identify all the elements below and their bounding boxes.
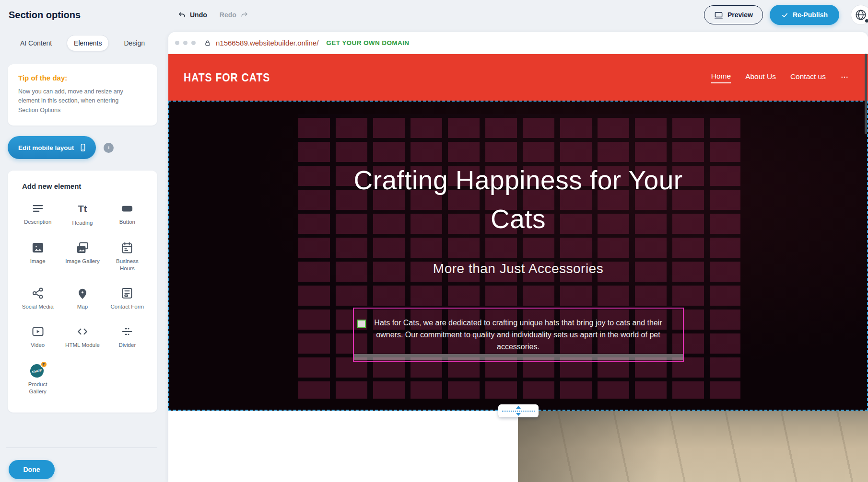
undo-icon <box>178 11 187 19</box>
section-height-resize-handle[interactable] <box>498 404 539 417</box>
hero-heading[interactable]: Crafting Happiness for Your Cats <box>346 161 691 239</box>
tab-design[interactable]: Design <box>117 35 152 51</box>
image-gallery-icon <box>76 241 89 254</box>
page-title: Section options <box>9 10 81 21</box>
check-icon <box>781 11 788 19</box>
redo-icon <box>240 11 248 19</box>
add-new-element-title: Add new element <box>22 182 150 190</box>
nav-contact-us[interactable]: Contact us <box>790 72 826 83</box>
element-description[interactable]: Description <box>15 197 60 231</box>
contact-form-icon <box>120 287 134 300</box>
selected-paragraph-element[interactable]: Hats for Cats, we are dedicated to craft… <box>353 308 684 362</box>
site-logo[interactable]: HATS FOR CATS <box>184 71 270 84</box>
mobile-layout-row: Edit mobile layout <box>8 136 157 159</box>
upgrade-badge-icon <box>40 361 47 368</box>
description-icon <box>31 202 45 215</box>
site-nav: Home About Us Contact us <box>711 72 849 83</box>
page-scrollbar-thumb[interactable] <box>865 54 867 134</box>
element-image-gallery[interactable]: Image Gallery <box>60 236 105 277</box>
site-preview-window: n1566589.websitebuilder.online/ GET YOUR… <box>168 32 868 482</box>
info-icon[interactable] <box>104 143 114 153</box>
tip-of-the-day-card: Tip of the day: Now you can add, move an… <box>8 64 157 126</box>
sidebar-divider <box>6 448 157 448</box>
edit-mobile-layout-button[interactable]: Edit mobile layout <box>8 136 96 159</box>
nav-about-us[interactable]: About Us <box>745 72 776 83</box>
element-resize-handle[interactable] <box>357 320 366 328</box>
section-options-sidebar: AI Content Elements Design Tip of the da… <box>8 34 157 413</box>
nav-more-button[interactable] <box>840 73 849 82</box>
element-image[interactable]: Image <box>15 236 60 277</box>
element-divider[interactable]: Divider <box>105 320 150 354</box>
tab-ai-content[interactable]: AI Content <box>13 35 59 51</box>
element-button[interactable]: Button <box>105 197 150 231</box>
hero-subheading[interactable]: More than Just Accessories <box>169 261 867 276</box>
html-module-icon <box>76 325 89 338</box>
lock-icon <box>204 40 211 46</box>
preview-button[interactable]: Preview <box>704 5 763 24</box>
image-icon <box>31 241 45 254</box>
add-new-element-card: Add new element Description Tt Heading B… <box>8 171 157 413</box>
video-icon <box>31 325 45 338</box>
element-product-gallery[interactable]: SHOP Product Gallery <box>15 358 60 400</box>
next-section <box>168 411 868 482</box>
language-globe-button[interactable] <box>851 5 868 25</box>
get-your-own-domain-link[interactable]: GET YOUR OWN DOMAIN <box>326 39 409 46</box>
business-hours-icon <box>120 241 134 254</box>
button-icon <box>120 202 134 215</box>
window-dots <box>175 41 196 45</box>
map-pin-icon <box>76 287 89 300</box>
tab-elements[interactable]: Elements <box>67 35 109 51</box>
app-topbar: Section options Undo Redo Preview Re-P <box>0 0 868 30</box>
element-social-media[interactable]: Social Media <box>15 282 60 315</box>
website-header[interactable]: HATS FOR CATS Home About Us Contact us <box>168 54 868 101</box>
topbar-actions: Preview Re-Publish <box>704 5 839 25</box>
heading-icon: Tt <box>78 202 87 216</box>
notification-dot <box>865 19 868 23</box>
tip-body: Now you can add, move and resize any ele… <box>18 87 138 115</box>
resize-arrow-down-icon <box>516 413 521 416</box>
republish-button[interactable]: Re-Publish <box>770 5 839 25</box>
divider-icon <box>120 325 134 338</box>
next-section-white-area[interactable] <box>168 411 518 482</box>
monitor-icon <box>714 11 723 20</box>
social-media-icon <box>31 287 45 300</box>
element-business-hours[interactable]: Business Hours <box>105 236 150 277</box>
url-text[interactable]: n1566589.websitebuilder.online/ <box>216 39 318 47</box>
tip-title: Tip of the day: <box>18 74 147 82</box>
resize-arrow-up-icon <box>516 406 521 409</box>
element-video[interactable]: Video <box>15 320 60 354</box>
website-canvas: HATS FOR CATS Home About Us Contact us C… <box>168 54 868 482</box>
done-button[interactable]: Done <box>9 460 55 479</box>
browser-chrome: n1566589.websitebuilder.online/ GET YOUR… <box>168 32 868 54</box>
element-map[interactable]: Map <box>60 282 105 315</box>
element-heading[interactable]: Tt Heading <box>60 197 105 231</box>
phone-icon <box>79 143 87 152</box>
undo-button[interactable]: Undo <box>178 11 207 19</box>
element-html-module[interactable]: HTML Module <box>60 320 105 354</box>
element-grid: Description Tt Heading Button Image <box>15 197 150 400</box>
redo-button[interactable]: Redo <box>220 11 248 19</box>
pavement-photo[interactable] <box>518 411 868 482</box>
nav-home[interactable]: Home <box>711 72 731 83</box>
element-contact-form[interactable]: Contact Form <box>105 282 150 315</box>
product-gallery-icon: SHOP <box>30 363 46 378</box>
sidebar-tabs: AI Content Elements Design <box>8 34 157 52</box>
history-controls: Undo Redo <box>178 0 248 30</box>
hero-paragraph[interactable]: Hats for Cats, we are dedicated to craft… <box>354 309 683 361</box>
hero-section-selected[interactable]: Crafting Happiness for Your Cats More th… <box>168 101 868 411</box>
resize-dashed-line <box>502 411 535 412</box>
